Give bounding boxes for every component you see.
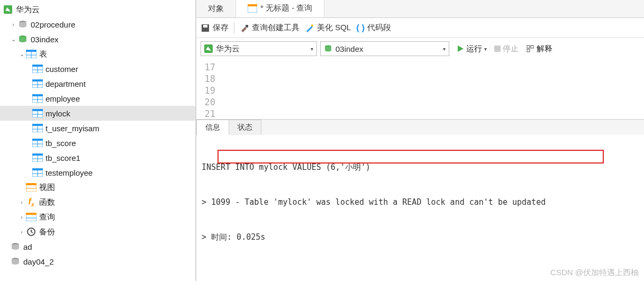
svg-rect-59	[527, 49, 530, 52]
svg-rect-58	[531, 46, 533, 48]
explain-icon	[526, 44, 534, 53]
database-icon	[10, 257, 21, 266]
table-node-department[interactable]: department	[0, 76, 195, 91]
main-panel: 对象 * 无标题 - 查询 保存 查询创建工具 美化 SQL ( )	[196, 0, 644, 281]
output-line: INSERT INTO mylock VALUES (6,'小明')	[202, 161, 639, 173]
hammer-icon	[240, 23, 249, 33]
table-icon	[32, 123, 43, 133]
output-tab-info[interactable]: 信息	[196, 120, 229, 135]
table-node-tbscore1[interactable]: tb_score1	[0, 150, 195, 165]
table-icon	[32, 64, 43, 74]
svg-rect-51	[203, 25, 207, 28]
connection-icon	[204, 44, 213, 53]
database-icon	[17, 34, 29, 44]
beautify-button[interactable]: 美化 SQL	[305, 23, 351, 33]
svg-rect-49	[248, 4, 257, 6]
functions-node[interactable]: › fx 函数	[0, 195, 195, 210]
run-button[interactable]: 运行 ▾	[457, 44, 487, 54]
output-tab-state[interactable]: 状态	[229, 120, 261, 135]
svg-point-53	[311, 24, 313, 26]
database-icon	[10, 242, 21, 251]
watermark: CSDN @伏加特遇上西柚	[550, 268, 639, 278]
table-icon	[32, 79, 43, 88]
db-node-03index[interactable]: ⌄ 03index	[0, 32, 195, 47]
svg-rect-57	[527, 46, 530, 48]
view-icon	[25, 183, 37, 192]
table-group-icon	[25, 49, 37, 59]
query-icon	[25, 212, 37, 222]
table-node-tbscore[interactable]: tb_score	[0, 135, 195, 150]
db-node-ad[interactable]: ad	[0, 239, 195, 254]
connection-icon	[2, 5, 14, 14]
function-icon: fx	[25, 197, 37, 207]
backups-node[interactable]: › 备份	[0, 224, 195, 239]
chevron-right-icon[interactable]: ›	[18, 229, 25, 235]
table-icon	[32, 94, 43, 103]
stop-button: 停止	[494, 44, 519, 54]
save-icon	[201, 23, 210, 33]
toolbar: 保存 查询创建工具 美化 SQL ( ) 代码段	[196, 18, 644, 38]
table-icon	[32, 108, 43, 118]
svg-rect-43	[26, 213, 37, 215]
stop-icon	[494, 46, 501, 52]
sql-editor[interactable]: 1718192021222324252627 -- 3.新增数据 INSERT …	[196, 59, 644, 119]
magic-wand-icon	[305, 23, 314, 33]
database-icon	[17, 20, 29, 29]
svg-rect-52	[246, 25, 248, 28]
table-node-employee[interactable]: employee	[0, 91, 195, 106]
queries-node[interactable]: › 查询	[0, 210, 195, 224]
connection-label: 华为云	[16, 5, 40, 15]
chevron-down-icon: ▾	[443, 46, 446, 52]
table-node-testemployee[interactable]: testemployee	[0, 165, 195, 180]
snippet-button[interactable]: ( ) 代码段	[356, 23, 391, 33]
chevron-down-icon[interactable]: ⌄	[10, 36, 17, 43]
save-button[interactable]: 保存	[201, 23, 229, 33]
chevron-right-icon[interactable]: ›	[18, 199, 25, 205]
play-icon	[457, 45, 464, 52]
output-line-error: > 1099 - Table 'mylock' was locked with …	[202, 196, 639, 208]
line-gutter: 1718192021222324252627	[196, 59, 222, 119]
chevron-down-icon: ▾	[311, 46, 313, 52]
tab-query[interactable]: * 无标题 - 查询	[236, 0, 324, 17]
db-node-day042[interactable]: day04_2	[0, 254, 195, 269]
connection-node[interactable]: 华为云	[0, 2, 195, 17]
sidebar: 华为云 › 02procedure ⌄ 03index ⌄ 表 custom	[0, 0, 196, 281]
table-icon	[32, 153, 43, 162]
code-area[interactable]: -- 3.新增数据 INSERT INTO mylock VALUES (6,'…	[222, 59, 644, 119]
database-icon	[324, 44, 332, 53]
chevron-down-icon[interactable]: ⌄	[18, 51, 25, 58]
tables-node[interactable]: ⌄ 表	[0, 47, 195, 61]
svg-rect-56	[494, 46, 501, 52]
table-icon	[32, 138, 43, 148]
svg-rect-40	[26, 183, 37, 185]
connection-selector[interactable]: 华为云 ▾	[201, 41, 317, 56]
tab-bar: 对象 * 无标题 - 查询	[196, 0, 644, 18]
backup-icon	[25, 227, 37, 237]
output-panel[interactable]: INSERT INTO mylock VALUES (6,'小明') > 109…	[196, 135, 644, 281]
table-node-mylock[interactable]: mylock	[0, 106, 195, 121]
tab-objects[interactable]: 对象	[196, 0, 236, 17]
table-node-tusermyisam[interactable]: t_user_myisam	[0, 121, 195, 135]
table-icon	[32, 168, 43, 177]
output-line: > 时间: 0.025s	[202, 231, 639, 243]
query-builder-button[interactable]: 查询创建工具	[240, 23, 300, 33]
chevron-right-icon[interactable]: ›	[18, 214, 25, 220]
brackets-icon: ( )	[356, 23, 365, 33]
query-tab-icon	[248, 4, 257, 13]
explain-button[interactable]: 解释	[526, 44, 552, 54]
db-node-02procedure[interactable]: › 02procedure	[0, 17, 195, 32]
output-tabs: 信息 状态	[196, 119, 644, 135]
chevron-right-icon[interactable]: ›	[10, 21, 17, 28]
views-node[interactable]: 视图	[0, 180, 195, 195]
database-selector[interactable]: 03index ▾	[320, 41, 449, 56]
table-node-customer[interactable]: customer	[0, 61, 195, 76]
selector-bar: 华为云 ▾ 03index ▾ 运行 ▾ 停止 解释	[196, 38, 644, 59]
